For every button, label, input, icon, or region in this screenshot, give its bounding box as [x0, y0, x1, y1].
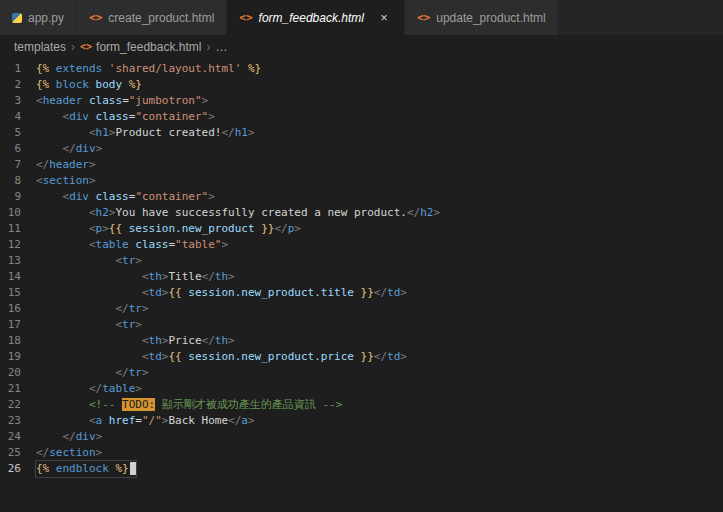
line-number: 25	[0, 445, 36, 461]
code-line[interactable]: 5 <h1>Product created!</h1>	[0, 125, 723, 141]
tab-app.py[interactable]: app.py	[0, 0, 77, 35]
line-number: 20	[0, 365, 36, 381]
code-text: </tr>	[36, 301, 149, 317]
breadcrumb-item-form_feedback.html[interactable]: <>form_feedback.html	[80, 40, 201, 54]
code-line[interactable]: 4 <div class="container">	[0, 109, 723, 125]
code-line[interactable]: 8<section>	[0, 173, 723, 189]
code-text: <td>{{ session.new_product.price }}</td>	[36, 349, 407, 365]
text-cursor	[130, 462, 136, 475]
chevron-right-icon: ›	[206, 40, 210, 54]
breadcrumb-label: form_feedback.html	[96, 40, 201, 54]
tab-label: create_product.html	[108, 11, 214, 25]
code-text: <h1>Product created!</h1>	[36, 125, 255, 141]
code-line[interactable]: 21 </table>	[0, 381, 723, 397]
code-text: <header class="jumbotron">	[36, 93, 208, 109]
code-text: <td>{{ session.new_product.title }}</td>	[36, 285, 407, 301]
code-line[interactable]: 26{% endblock %}	[0, 461, 723, 477]
html-file-icon: <>	[89, 11, 102, 24]
breadcrumb-item-templates[interactable]: templates	[14, 40, 66, 54]
line-number: 10	[0, 205, 36, 221]
tab-label: form_feedback.html	[259, 11, 364, 25]
code-text: <table class="table">	[36, 237, 228, 253]
code-line[interactable]: 10 <h2>You have successfully created a n…	[0, 205, 723, 221]
code-text: <h2>You have successfully created a new …	[36, 205, 440, 221]
breadcrumb-label: templates	[14, 40, 66, 54]
python-file-icon	[12, 13, 22, 23]
code-editor[interactable]: 1{% extends 'shared/layout.html' %}2{% b…	[0, 58, 723, 477]
code-line[interactable]: 7</header>	[0, 157, 723, 173]
chevron-right-icon: ›	[71, 40, 75, 54]
code-line[interactable]: 13 <tr>	[0, 253, 723, 269]
line-number: 9	[0, 189, 36, 205]
code-text: <th>Price</th>	[36, 333, 235, 349]
code-line[interactable]: 12 <table class="table">	[0, 237, 723, 253]
code-text: </div>	[36, 429, 102, 445]
line-number: 7	[0, 157, 36, 173]
code-line[interactable]: 20 </tr>	[0, 365, 723, 381]
html-file-icon: <>	[417, 11, 430, 24]
line-number: 4	[0, 109, 36, 125]
code-line[interactable]: 6 </div>	[0, 141, 723, 157]
line-number: 14	[0, 269, 36, 285]
code-line[interactable]: 11 <p>{{ session.new_product }}</p>	[0, 221, 723, 237]
code-text: <tr>	[36, 253, 142, 269]
line-number: 23	[0, 413, 36, 429]
code-line[interactable]: 15 <td>{{ session.new_product.title }}</…	[0, 285, 723, 301]
code-text: <div class="container">	[36, 189, 215, 205]
close-icon[interactable]: ×	[376, 10, 392, 26]
tab-update_product.html[interactable]: <>update_product.html	[405, 0, 559, 35]
line-number: 11	[0, 221, 36, 237]
code-line[interactable]: 18 <th>Price</th>	[0, 333, 723, 349]
code-line[interactable]: 2{% block body %}	[0, 77, 723, 93]
breadcrumb-item-…[interactable]: …	[215, 40, 227, 54]
code-text: <div class="container">	[36, 109, 215, 125]
line-number: 21	[0, 381, 36, 397]
code-line[interactable]: 25</section>	[0, 445, 723, 461]
code-text: <p>{{ session.new_product }}</p>	[36, 221, 301, 237]
code-text: <a href="/">Back Home</a>	[36, 413, 255, 429]
line-number: 18	[0, 333, 36, 349]
line-number: 8	[0, 173, 36, 189]
line-number: 15	[0, 285, 36, 301]
line-number: 5	[0, 125, 36, 141]
code-line[interactable]: 16 </tr>	[0, 301, 723, 317]
code-text: <tr>	[36, 317, 142, 333]
html-file-icon: <>	[80, 41, 92, 52]
code-text: </section>	[36, 445, 102, 461]
code-text: {% block body %}	[36, 77, 142, 93]
code-line[interactable]: 19 <td>{{ session.new_product.price }}</…	[0, 349, 723, 365]
code-text: <th>Title</th>	[36, 269, 235, 285]
breadcrumb-label: …	[215, 40, 227, 54]
code-line[interactable]: 24 </div>	[0, 429, 723, 445]
line-number: 22	[0, 397, 36, 413]
code-line[interactable]: 17 <tr>	[0, 317, 723, 333]
code-text: {% extends 'shared/layout.html' %}	[36, 61, 261, 77]
tab-form_feedback.html[interactable]: <>form_feedback.html×	[227, 0, 405, 35]
code-text: </tr>	[36, 365, 149, 381]
tab-create_product.html[interactable]: <>create_product.html	[77, 0, 227, 35]
code-line[interactable]: 14 <th>Title</th>	[0, 269, 723, 285]
tab-label: app.py	[28, 11, 64, 25]
line-number: 3	[0, 93, 36, 109]
line-number: 17	[0, 317, 36, 333]
code-line[interactable]: 22 <!-- TODO: 顯示剛才被成功產生的產品資訊 -->	[0, 397, 723, 413]
code-line[interactable]: 3<header class="jumbotron">	[0, 93, 723, 109]
code-text: </header>	[36, 157, 96, 173]
line-number: 6	[0, 141, 36, 157]
code-line[interactable]: 9 <div class="container">	[0, 189, 723, 205]
code-line[interactable]: 23 <a href="/">Back Home</a>	[0, 413, 723, 429]
line-number: 24	[0, 429, 36, 445]
line-number: 26	[0, 461, 36, 477]
code-line[interactable]: 1{% extends 'shared/layout.html' %}	[0, 61, 723, 77]
line-number: 12	[0, 237, 36, 253]
html-file-icon: <>	[239, 11, 252, 24]
tab-label: update_product.html	[436, 11, 545, 25]
code-text: </table>	[36, 381, 142, 397]
code-text: <section>	[36, 173, 96, 189]
line-number: 1	[0, 61, 36, 77]
code-text: {% endblock %}	[36, 461, 136, 477]
line-number: 13	[0, 253, 36, 269]
line-number: 19	[0, 349, 36, 365]
breadcrumb: templates›<>form_feedback.html›…	[0, 35, 723, 58]
line-number: 16	[0, 301, 36, 317]
